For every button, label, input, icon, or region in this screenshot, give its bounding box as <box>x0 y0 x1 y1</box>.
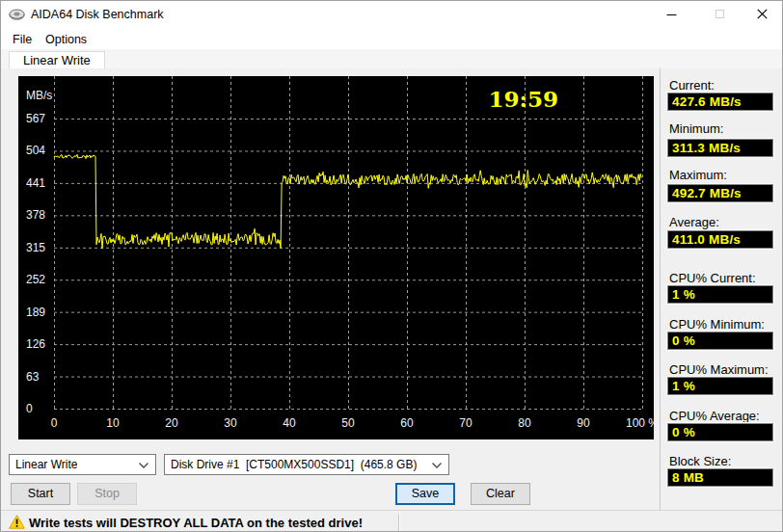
test-type-value: Linear Write <box>10 458 77 471</box>
throughput-line <box>54 154 641 249</box>
status-panel-divider <box>398 514 399 531</box>
svg-text:315: 315 <box>26 241 45 254</box>
stat-value-box: 0 % <box>667 423 773 441</box>
stat-label: Maximum: <box>669 168 727 182</box>
benchmark-page: MB/s063126189252315378441504567010203040… <box>1 68 782 510</box>
stat-label: CPU% Average: <box>669 409 760 423</box>
stat-label: Current: <box>669 78 715 93</box>
stat-value-box: 311.3 MB/s <box>667 139 773 157</box>
menu-bar: File Options <box>1 28 782 49</box>
clear-button[interactable]: Clear <box>471 483 530 505</box>
stat-label: CPU% Maximum: <box>669 362 769 377</box>
svg-text:0: 0 <box>51 416 58 430</box>
stat-value-box: 492.7 MB/s <box>667 184 773 202</box>
svg-text:0: 0 <box>26 402 33 415</box>
stat-label: Minimum: <box>669 121 723 136</box>
warning-text: Write tests will DESTROY ALL DATA on the… <box>29 516 363 530</box>
stat-label: CPU% Current: <box>669 271 756 285</box>
svg-text:40: 40 <box>283 416 296 430</box>
stat-value-box: 411.0 MB/s <box>667 230 773 249</box>
svg-text:10: 10 <box>106 416 120 430</box>
status-bar: Write tests will DESTROY ALL DATA on the… <box>1 510 782 532</box>
stat-label: CPU% Minimum: <box>669 317 765 332</box>
tab-linear-write[interactable]: Linear Write <box>9 51 105 69</box>
stat-value-box: 1 % <box>667 377 773 395</box>
aida64-disk-benchmark-window: AIDA64 Disk Benchmark File Options Linea… <box>0 0 783 532</box>
disk-drive-value: Disk Drive #1 [CT500MX500SSD1] (465.8 GB… <box>165 458 417 471</box>
close-button[interactable] <box>745 1 778 27</box>
axis-labels: MB/s063126189252315378441504567010203040… <box>26 89 654 430</box>
svg-text:90: 90 <box>577 416 590 430</box>
svg-text:50: 50 <box>341 416 355 430</box>
window-title: AIDA64 Disk Benchmark <box>31 8 164 21</box>
chevron-down-icon <box>139 463 148 468</box>
svg-text:80: 80 <box>518 416 531 430</box>
menu-options[interactable]: Options <box>41 31 91 48</box>
svg-text:504: 504 <box>26 144 45 157</box>
start-button[interactable]: Start <box>11 483 70 505</box>
svg-text:378: 378 <box>26 208 45 222</box>
svg-text:30: 30 <box>224 416 237 430</box>
test-type-combobox[interactable]: Linear Write <box>9 454 156 475</box>
svg-text:100 %: 100 % <box>626 416 654 430</box>
y-axis-unit: MB/s <box>26 89 52 102</box>
stats-panel: Current:427.6 MB/sMinimum:311.3 MB/sMaxi… <box>660 68 783 510</box>
stat-label: Average: <box>669 215 719 229</box>
chevron-down-icon <box>432 463 442 468</box>
minimize-button[interactable] <box>655 1 688 27</box>
disk-drive-combobox[interactable]: Disk Drive #1 [CT500MX500SSD1] (465.8 GB… <box>164 454 449 475</box>
stat-label: Block Size: <box>669 454 731 468</box>
save-button[interactable]: Save <box>395 483 455 505</box>
stat-value-box: 0 % <box>667 332 773 350</box>
svg-text:189: 189 <box>26 306 45 319</box>
svg-text:567: 567 <box>26 112 45 125</box>
benchmark-chart: MB/s063126189252315378441504567010203040… <box>18 76 654 439</box>
svg-text:63: 63 <box>26 370 40 384</box>
maximize-icon <box>716 10 724 18</box>
stat-value-box: 427.6 MB/s <box>667 93 773 111</box>
svg-text:126: 126 <box>26 337 45 351</box>
svg-text:60: 60 <box>400 416 414 430</box>
stat-value-box: 1 % <box>667 285 773 304</box>
chart-panel: MB/s063126189252315378441504567010203040… <box>18 76 654 439</box>
svg-text:20: 20 <box>165 416 178 430</box>
svg-text:70: 70 <box>459 416 472 430</box>
elapsed-time-label: 19:59 <box>488 86 558 112</box>
title-bar: AIDA64 Disk Benchmark <box>1 1 782 28</box>
warning-icon <box>9 515 25 529</box>
stop-button[interactable]: Stop <box>77 483 137 505</box>
tab-strip: Linear Write <box>1 49 782 68</box>
svg-text:441: 441 <box>26 176 45 190</box>
stat-value-box: 8 MB <box>667 468 773 487</box>
minimize-icon <box>666 10 677 19</box>
close-icon <box>757 9 768 19</box>
svg-text:252: 252 <box>26 273 45 286</box>
menu-file[interactable]: File <box>9 31 36 48</box>
disk-icon <box>9 7 25 22</box>
maximize-button-disabled <box>703 1 736 27</box>
